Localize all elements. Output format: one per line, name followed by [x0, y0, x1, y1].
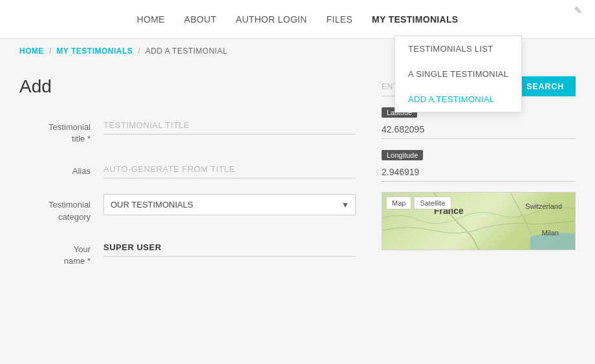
breadcrumb-add-testimonial: ADD A TESTIMONIAL — [146, 47, 228, 56]
breadcrumb-sep-2: / — [138, 47, 140, 56]
edit-icon[interactable]: ✎ — [574, 5, 582, 16]
dropdown-single-testimonial[interactable]: A SINGLE TESTIMONIAL — [395, 61, 521, 87]
label-category: Testimonialcategory — [19, 194, 103, 222]
testimonial-title-input[interactable] — [103, 116, 356, 134]
nav-item-about[interactable]: ABOUT — [184, 9, 217, 30]
testimonials-dropdown: TESTIMONIALS LIST A SINGLE TESTIMONIAL A… — [395, 36, 522, 112]
breadcrumb-my-testimonials[interactable]: MY TESTIMONIALS — [56, 47, 133, 56]
alias-input[interactable] — [103, 160, 356, 178]
nav-item-home[interactable]: HOME — [137, 9, 165, 30]
form-row-name: Yourname * — [19, 239, 356, 267]
map-toolbar: Map Satellite — [386, 197, 451, 209]
longitude-value: 2.946919 — [382, 163, 576, 182]
map-background: Map Satellite France Switzerland Milan — [382, 193, 575, 250]
label-your-name: Yourname * — [19, 239, 103, 267]
field-alias — [103, 160, 356, 178]
your-name-input[interactable] — [103, 239, 356, 257]
latitude-value: 42.682095 — [382, 120, 576, 139]
nav-item-my-testimonials[interactable]: MY TESTIMONIALS — [372, 9, 458, 30]
map-button[interactable]: Map — [386, 197, 411, 209]
nav-item-files[interactable]: FILES — [327, 9, 352, 30]
breadcrumb-sep-1: / — [49, 47, 51, 56]
form-section: Add Testimonialtitle * Alias Testimonial… — [19, 76, 356, 283]
topbar: ✎ HOME ABOUT AUTHOR LOGIN FILES MY TESTI… — [0, 0, 595, 39]
search-button[interactable]: SEARCH — [515, 76, 576, 96]
form-row-category: Testimonialcategory OUR TESTIMONIALS CAT… — [19, 194, 356, 222]
map-label-switzerland: Switzerland — [525, 202, 562, 210]
category-select[interactable]: OUR TESTIMONIALS CATEGORY 2 CATEGORY 3 — [103, 194, 356, 215]
field-category: OUR TESTIMONIALS CATEGORY 2 CATEGORY 3 ▼ — [103, 194, 356, 215]
form-row-title: Testimonialtitle * — [19, 116, 356, 145]
longitude-label: Longitude — [382, 150, 423, 160]
longitude-container: Longitude 2.946919 — [382, 149, 576, 182]
select-wrapper: OUR TESTIMONIALS CATEGORY 2 CATEGORY 3 ▼ — [103, 194, 356, 215]
dropdown-add-testimonial[interactable]: ADD A TESTIMONIAL — [395, 87, 521, 112]
main-nav: HOME ABOUT AUTHOR LOGIN FILES MY TESTIMO… — [137, 9, 459, 30]
label-testimonial-title: Testimonialtitle * — [19, 116, 103, 145]
map: Map Satellite France Switzerland Milan — [382, 192, 576, 250]
dropdown-testimonials-list[interactable]: TESTIMONIALS LIST — [395, 36, 521, 61]
field-your-name — [103, 239, 356, 257]
label-alias: Alias — [19, 160, 103, 177]
satellite-button[interactable]: Satellite — [414, 197, 451, 209]
field-testimonial-title — [103, 116, 356, 134]
map-label-milan: Milan — [542, 229, 559, 237]
breadcrumb-home[interactable]: HOME — [19, 47, 44, 56]
form-row-alias: Alias — [19, 160, 356, 178]
nav-item-author-login[interactable]: AUTHOR LOGIN — [236, 9, 307, 30]
page-title: Add — [19, 76, 356, 97]
